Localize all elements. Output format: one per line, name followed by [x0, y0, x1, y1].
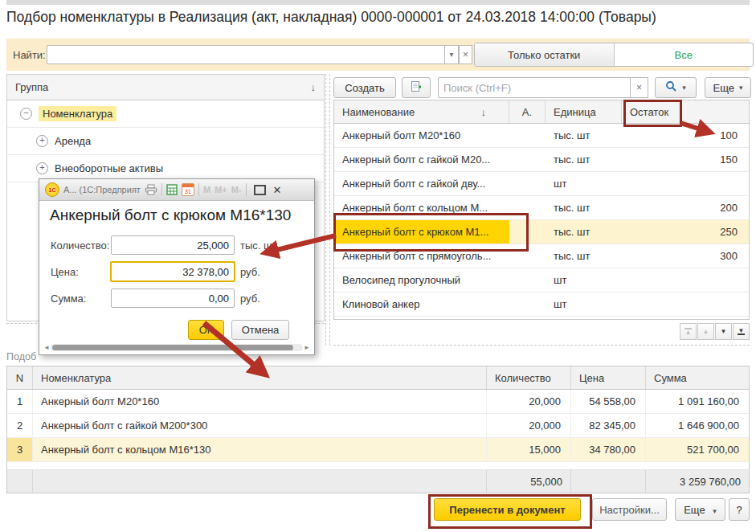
row-quantity: 20,000 — [487, 390, 571, 413]
table-row[interactable]: Костюм спортивный шт — [334, 317, 749, 320]
price-field[interactable] — [110, 261, 235, 282]
item-name: Анкерный болт с крюком М1... — [334, 220, 509, 243]
item-name: Клиновой анкер — [334, 293, 509, 316]
divider — [198, 183, 199, 196]
find-dropdown-icon[interactable]: ▾ — [444, 45, 459, 64]
create-group-button[interactable] — [402, 77, 431, 98]
magnifier-icon — [665, 80, 677, 95]
picked-row[interactable]: 2 Анкерный болт с гайкой М200*300 20,000… — [7, 414, 749, 438]
row-number: 2 — [7, 414, 33, 437]
column-label: Номенклатура — [41, 372, 111, 384]
find-label: Найти: — [13, 49, 46, 61]
only-stock-button[interactable]: Только остатки — [475, 43, 615, 66]
item-name: Анкерный болт с гайкой М20... — [334, 148, 509, 171]
scroll-to-bottom-icon[interactable]: ▼ — [733, 323, 750, 340]
sum-field[interactable] — [111, 289, 235, 308]
price-unit: руб. — [240, 266, 260, 278]
scroll-right-icon[interactable]: ► — [303, 344, 311, 351]
picked-row[interactable]: 1 Анкерный болт М20*160 20,000 54 558,00… — [7, 390, 749, 414]
totals-quantity: 55,000 — [487, 470, 571, 493]
column-header-a[interactable]: А. — [509, 100, 546, 123]
row-name: Анкерный болт М20*160 — [33, 390, 487, 413]
table-row[interactable]: Анкерный болт с кольцом М... тыс. шт 200 — [334, 196, 749, 220]
column-header-unit[interactable]: Единица — [546, 100, 622, 123]
quantity-price-dialog: 1С А... (1С:Предприяти 31 — [39, 178, 315, 355]
all-button[interactable]: Все — [615, 43, 754, 66]
memory-m-plus-button[interactable]: M+ — [215, 185, 227, 194]
vertical-splitter[interactable] — [325, 74, 330, 346]
table-row[interactable]: Велосипед прогулочный шт — [334, 268, 749, 293]
help-button[interactable]: ? — [729, 498, 750, 521]
footer-more-button[interactable]: Еще ▾ — [675, 498, 725, 521]
column-header-stock[interactable]: Остаток — [622, 100, 749, 123]
column-label: Остаток — [630, 106, 668, 118]
table-row[interactable]: Анкерный болт с гайкой дву... шт — [334, 172, 749, 196]
find-input[interactable] — [47, 45, 448, 64]
column-header-name[interactable]: Наименование ↓ — [334, 100, 509, 123]
column-label: Цена — [579, 372, 604, 384]
expand-icon[interactable]: + — [36, 135, 48, 147]
horizontal-splitter-right[interactable] — [333, 345, 750, 346]
item-unit: тыс. шт — [546, 153, 622, 166]
find-clear-icon[interactable]: × — [459, 45, 472, 64]
totals-sum: 3 259 760,00 — [646, 470, 749, 493]
scroll-up-icon[interactable]: ▲ — [697, 323, 714, 340]
chevron-down-icon: ▾ — [739, 84, 743, 92]
item-unit: тыс. шт — [546, 250, 622, 262]
settings-button[interactable]: Настройки... — [592, 498, 667, 521]
calculator-icon[interactable] — [166, 184, 178, 195]
dialog-titlebar[interactable]: 1С А... (1С:Предприяти 31 — [39, 179, 314, 201]
scroll-to-top-icon[interactable]: ▲ — [680, 323, 697, 340]
group-column-header[interactable]: Группа ↓ — [7, 75, 324, 100]
table-row[interactable]: Анкерный болт с гайкой М20... тыс. шт 15… — [334, 148, 749, 172]
sum-unit: руб. — [240, 293, 260, 305]
close-icon[interactable]: ✕ — [273, 184, 282, 196]
row-name: Анкерный болт с кольцом М16*130 — [33, 438, 487, 461]
item-unit: шт — [546, 298, 622, 310]
tree-item-nomenklatura[interactable]: − Номенклатура — [7, 100, 324, 128]
print-icon[interactable] — [145, 184, 157, 195]
table-row[interactable]: Анкерный болт М20*160 тыс. шт 100 — [334, 124, 749, 148]
ok-button[interactable]: ОК — [188, 320, 224, 340]
column-header-n[interactable]: N — [7, 366, 33, 389]
dialog-scrollbar: ◄ ► — [43, 342, 311, 352]
column-label: Количество — [495, 372, 551, 384]
table-row-selected[interactable]: Анкерный болт с крюком М1... тыс. шт 250 — [334, 220, 749, 244]
create-button[interactable]: Создать — [333, 77, 396, 98]
picked-table-header: N Номенклатура Количество Цена Сумма — [7, 366, 749, 390]
cancel-button[interactable]: Отмена — [231, 320, 289, 340]
memory-m-button[interactable]: M — [203, 185, 210, 194]
maximize-icon[interactable] — [254, 185, 266, 195]
transfer-to-document-button[interactable]: Перенести в документ — [434, 498, 581, 521]
row-number: 1 — [7, 390, 33, 413]
column-header-price[interactable]: Цена — [571, 366, 646, 389]
row-price: 34 780,00 — [571, 438, 646, 461]
column-header-quantity[interactable]: Количество — [487, 366, 571, 389]
search-menu-button[interactable]: ▾ — [655, 77, 697, 98]
tree-item-arenda[interactable]: + Аренда — [7, 128, 324, 155]
memory-m-minus-button[interactable]: M- — [231, 185, 242, 194]
scroll-down-icon[interactable]: ▼ — [715, 323, 732, 340]
quantity-unit: тыс. шт — [240, 239, 276, 252]
table-row[interactable]: Анкерный болт с прямоуголь... тыс. шт 30… — [334, 244, 749, 268]
collapse-icon[interactable]: − — [20, 108, 32, 120]
tree-item-label: Внеоборотные активы — [55, 162, 163, 174]
scrollbar-track[interactable] — [51, 344, 303, 351]
scroll-left-icon[interactable]: ◄ — [43, 344, 51, 351]
picked-row-selected[interactable]: 3 Анкерный болт с кольцом М16*130 15,000… — [7, 438, 749, 462]
items-table: Наименование ↓ А. Единица Остаток Анкерн… — [333, 100, 750, 320]
items-more-button[interactable]: Еще ▾ — [705, 77, 751, 98]
column-header-nomenclature[interactable]: Номенклатура — [33, 366, 487, 389]
totals-n — [7, 470, 33, 493]
calendar-icon[interactable]: 31 — [182, 183, 194, 196]
picked-caption: Подоб — [6, 351, 36, 362]
totals-name — [33, 470, 487, 493]
search-clear-icon[interactable]: × — [631, 77, 648, 98]
table-row[interactable]: Клиновой анкер шт — [334, 293, 749, 317]
column-header-sum[interactable]: Сумма — [646, 366, 749, 389]
scrollbar-thumb[interactable] — [52, 345, 293, 350]
expand-icon[interactable]: + — [36, 162, 48, 174]
quantity-field[interactable] — [111, 235, 235, 255]
items-search-input[interactable] — [438, 77, 631, 98]
sort-down-icon: ↓ — [311, 81, 317, 93]
